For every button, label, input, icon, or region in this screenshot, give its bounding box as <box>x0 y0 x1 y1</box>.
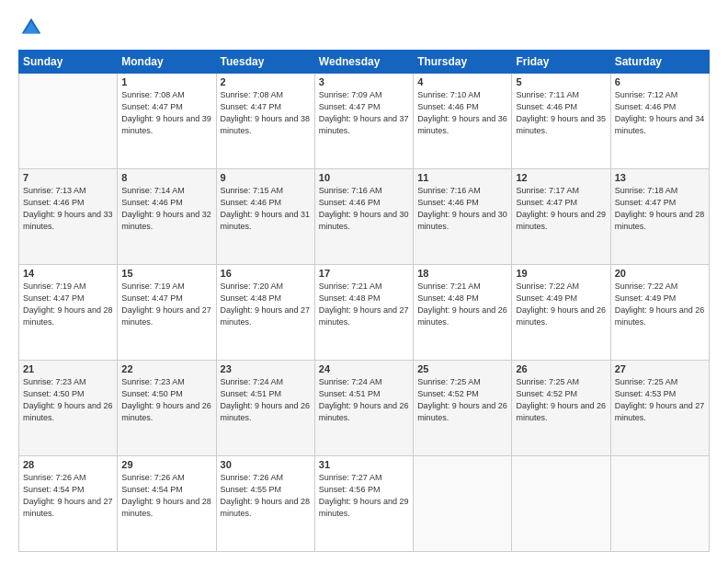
calendar-cell: 28Sunrise: 7:26 AMSunset: 4:54 PMDayligh… <box>19 456 118 552</box>
day-info: Sunrise: 7:19 AMSunset: 4:47 PMDaylight:… <box>121 281 211 328</box>
calendar-cell: 10Sunrise: 7:16 AMSunset: 4:46 PMDayligh… <box>314 169 413 265</box>
day-info: Sunrise: 7:15 AMSunset: 4:46 PMDaylight:… <box>221 185 311 233</box>
calendar-cell: 1Sunrise: 7:08 AMSunset: 4:47 PMDaylight… <box>118 74 216 169</box>
page: SundayMondayTuesdayWednesdayThursdayFrid… <box>0 0 728 563</box>
calendar-header-thursday: Thursday <box>414 51 512 74</box>
day-info: Sunrise: 7:27 AMSunset: 4:56 PMDaylight:… <box>319 472 409 520</box>
day-info: Sunrise: 7:25 AMSunset: 4:52 PMDaylight:… <box>417 376 507 424</box>
calendar-cell: 22Sunrise: 7:23 AMSunset: 4:50 PMDayligh… <box>118 361 216 456</box>
calendar-cell: 27Sunrise: 7:25 AMSunset: 4:53 PMDayligh… <box>610 361 709 456</box>
day-number: 30 <box>221 459 311 470</box>
day-number: 31 <box>319 459 409 470</box>
day-number: 25 <box>417 363 507 374</box>
day-number: 16 <box>221 268 311 279</box>
calendar-cell: 24Sunrise: 7:24 AMSunset: 4:51 PMDayligh… <box>314 361 413 456</box>
day-info: Sunrise: 7:21 AMSunset: 4:48 PMDaylight:… <box>417 281 507 328</box>
day-info: Sunrise: 7:10 AMSunset: 4:46 PMDaylight:… <box>417 89 507 137</box>
calendar-header-wednesday: Wednesday <box>314 51 413 74</box>
calendar-cell: 9Sunrise: 7:15 AMSunset: 4:46 PMDaylight… <box>216 169 314 265</box>
day-info: Sunrise: 7:16 AMSunset: 4:46 PMDaylight:… <box>417 185 507 233</box>
day-info: Sunrise: 7:20 AMSunset: 4:48 PMDaylight:… <box>221 281 311 328</box>
calendar-cell <box>414 456 512 552</box>
day-number: 18 <box>417 268 507 279</box>
day-number: 11 <box>417 172 507 183</box>
day-number: 15 <box>121 268 211 279</box>
logo <box>18 15 48 40</box>
day-info: Sunrise: 7:12 AMSunset: 4:46 PMDaylight:… <box>615 89 705 137</box>
calendar-cell: 30Sunrise: 7:26 AMSunset: 4:55 PMDayligh… <box>216 456 314 552</box>
day-number: 24 <box>319 363 409 374</box>
day-number: 12 <box>516 172 606 183</box>
day-number: 5 <box>516 76 606 87</box>
calendar-header-friday: Friday <box>512 51 610 74</box>
day-info: Sunrise: 7:16 AMSunset: 4:46 PMDaylight:… <box>319 185 409 233</box>
calendar-cell: 20Sunrise: 7:22 AMSunset: 4:49 PMDayligh… <box>610 265 709 361</box>
calendar-cell: 23Sunrise: 7:24 AMSunset: 4:51 PMDayligh… <box>216 361 314 456</box>
calendar-cell: 7Sunrise: 7:13 AMSunset: 4:46 PMDaylight… <box>19 169 118 265</box>
day-info: Sunrise: 7:11 AMSunset: 4:46 PMDaylight:… <box>516 89 606 137</box>
day-number: 17 <box>319 268 409 279</box>
day-number: 8 <box>121 172 211 183</box>
day-info: Sunrise: 7:09 AMSunset: 4:47 PMDaylight:… <box>319 89 409 137</box>
day-number: 9 <box>221 172 311 183</box>
day-number: 19 <box>516 268 606 279</box>
calendar-cell: 3Sunrise: 7:09 AMSunset: 4:47 PMDaylight… <box>314 74 413 169</box>
header <box>18 15 710 40</box>
calendar-header-tuesday: Tuesday <box>216 51 314 74</box>
calendar-cell: 11Sunrise: 7:16 AMSunset: 4:46 PMDayligh… <box>414 169 512 265</box>
day-info: Sunrise: 7:08 AMSunset: 4:47 PMDaylight:… <box>221 89 311 137</box>
day-info: Sunrise: 7:25 AMSunset: 4:52 PMDaylight:… <box>516 376 606 424</box>
day-info: Sunrise: 7:13 AMSunset: 4:46 PMDaylight:… <box>23 185 113 233</box>
calendar-week-row: 1Sunrise: 7:08 AMSunset: 4:47 PMDaylight… <box>19 74 710 169</box>
day-number: 3 <box>319 76 409 87</box>
day-info: Sunrise: 7:08 AMSunset: 4:47 PMDaylight:… <box>121 89 211 137</box>
day-number: 29 <box>121 459 211 470</box>
day-number: 4 <box>417 76 507 87</box>
calendar-cell: 16Sunrise: 7:20 AMSunset: 4:48 PMDayligh… <box>216 265 314 361</box>
day-info: Sunrise: 7:14 AMSunset: 4:46 PMDaylight:… <box>121 185 211 233</box>
calendar-cell: 12Sunrise: 7:17 AMSunset: 4:47 PMDayligh… <box>512 169 610 265</box>
day-number: 28 <box>23 459 113 470</box>
calendar-cell: 17Sunrise: 7:21 AMSunset: 4:48 PMDayligh… <box>314 265 413 361</box>
calendar-table: SundayMondayTuesdayWednesdayThursdayFrid… <box>18 50 710 552</box>
day-number: 26 <box>516 363 606 374</box>
calendar-cell: 8Sunrise: 7:14 AMSunset: 4:46 PMDaylight… <box>118 169 216 265</box>
calendar-header-monday: Monday <box>118 51 216 74</box>
day-number: 27 <box>615 363 705 374</box>
day-info: Sunrise: 7:21 AMSunset: 4:48 PMDaylight:… <box>319 281 409 328</box>
calendar-week-row: 28Sunrise: 7:26 AMSunset: 4:54 PMDayligh… <box>19 456 710 552</box>
day-info: Sunrise: 7:26 AMSunset: 4:54 PMDaylight:… <box>121 472 211 520</box>
calendar-cell: 31Sunrise: 7:27 AMSunset: 4:56 PMDayligh… <box>314 456 413 552</box>
day-number: 1 <box>121 76 211 87</box>
day-info: Sunrise: 7:26 AMSunset: 4:55 PMDaylight:… <box>221 472 311 520</box>
calendar-cell: 26Sunrise: 7:25 AMSunset: 4:52 PMDayligh… <box>512 361 610 456</box>
calendar-cell: 29Sunrise: 7:26 AMSunset: 4:54 PMDayligh… <box>118 456 216 552</box>
day-number: 21 <box>23 363 113 374</box>
day-info: Sunrise: 7:19 AMSunset: 4:47 PMDaylight:… <box>23 281 113 328</box>
calendar-cell: 19Sunrise: 7:22 AMSunset: 4:49 PMDayligh… <box>512 265 610 361</box>
logo-icon <box>18 15 44 40</box>
calendar-header-row: SundayMondayTuesdayWednesdayThursdayFrid… <box>19 51 710 74</box>
calendar-cell: 18Sunrise: 7:21 AMSunset: 4:48 PMDayligh… <box>414 265 512 361</box>
calendar-cell: 4Sunrise: 7:10 AMSunset: 4:46 PMDaylight… <box>414 74 512 169</box>
calendar-cell <box>19 74 118 169</box>
calendar-week-row: 14Sunrise: 7:19 AMSunset: 4:47 PMDayligh… <box>19 265 710 361</box>
calendar-cell: 14Sunrise: 7:19 AMSunset: 4:47 PMDayligh… <box>19 265 118 361</box>
day-info: Sunrise: 7:17 AMSunset: 4:47 PMDaylight:… <box>516 185 606 233</box>
day-info: Sunrise: 7:22 AMSunset: 4:49 PMDaylight:… <box>516 281 606 328</box>
day-info: Sunrise: 7:24 AMSunset: 4:51 PMDaylight:… <box>319 376 409 424</box>
calendar-cell: 21Sunrise: 7:23 AMSunset: 4:50 PMDayligh… <box>19 361 118 456</box>
calendar-cell: 15Sunrise: 7:19 AMSunset: 4:47 PMDayligh… <box>118 265 216 361</box>
calendar-cell <box>610 456 709 552</box>
day-number: 20 <box>615 268 705 279</box>
calendar-cell: 5Sunrise: 7:11 AMSunset: 4:46 PMDaylight… <box>512 74 610 169</box>
day-number: 22 <box>121 363 211 374</box>
day-number: 23 <box>221 363 311 374</box>
day-number: 13 <box>615 172 705 183</box>
day-info: Sunrise: 7:24 AMSunset: 4:51 PMDaylight:… <box>221 376 311 424</box>
calendar-week-row: 21Sunrise: 7:23 AMSunset: 4:50 PMDayligh… <box>19 361 710 456</box>
day-info: Sunrise: 7:23 AMSunset: 4:50 PMDaylight:… <box>23 376 113 424</box>
calendar-cell <box>512 456 610 552</box>
calendar-cell: 25Sunrise: 7:25 AMSunset: 4:52 PMDayligh… <box>414 361 512 456</box>
calendar-cell: 13Sunrise: 7:18 AMSunset: 4:47 PMDayligh… <box>610 169 709 265</box>
